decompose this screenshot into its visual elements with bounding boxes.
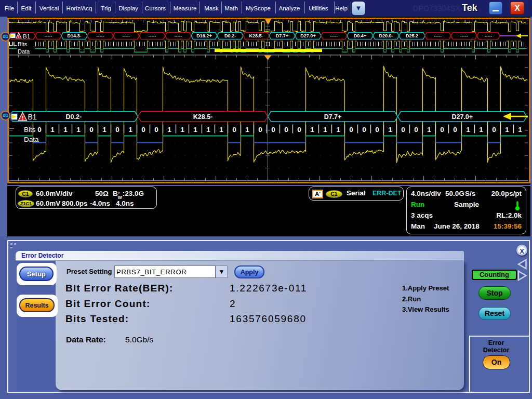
svg-text:!: ! bbox=[18, 34, 20, 39]
svg-text:1: 1 bbox=[50, 126, 55, 134]
svg-text:Bits: Bits bbox=[18, 41, 28, 47]
svg-text:1: 1 bbox=[310, 126, 314, 134]
svg-text:D27.0+: D27.0+ bbox=[300, 33, 315, 38]
svg-text:1: 1 bbox=[245, 126, 249, 134]
svg-text:!: ! bbox=[22, 115, 24, 121]
svg-text:-----: ----- bbox=[45, 33, 52, 38]
svg-text:D7.7+: D7.7+ bbox=[324, 113, 342, 121]
svg-text:1: 1 bbox=[336, 126, 340, 134]
svg-text:-----: ----- bbox=[330, 33, 338, 38]
svg-text:1: 1 bbox=[388, 126, 392, 134]
svg-text:B1: B1 bbox=[23, 33, 30, 39]
svg-text:0: 0 bbox=[141, 126, 145, 134]
svg-text:0: 0 bbox=[284, 126, 288, 134]
svg-text:K28.5-: K28.5- bbox=[193, 113, 213, 121]
svg-text:0: 0 bbox=[232, 126, 236, 134]
svg-text:1: 1 bbox=[128, 126, 132, 134]
svg-text:1: 1 bbox=[427, 126, 431, 134]
svg-text:K28.5-: K28.5- bbox=[249, 33, 263, 38]
svg-text:1: 1 bbox=[505, 126, 509, 134]
svg-text:0: 0 bbox=[154, 126, 158, 134]
svg-text:0: 0 bbox=[271, 126, 275, 134]
svg-text:B1: B1 bbox=[28, 113, 37, 121]
svg-text:1: 1 bbox=[466, 126, 470, 134]
svg-text:1: 1 bbox=[76, 126, 81, 134]
svg-text:D20.0-: D20.0- bbox=[379, 33, 393, 38]
svg-text:0: 0 bbox=[492, 126, 496, 134]
svg-text:-----: ----- bbox=[149, 33, 156, 38]
svg-text:1: 1 bbox=[180, 126, 184, 134]
svg-text:0: 0 bbox=[375, 126, 379, 134]
svg-text:1: 1 bbox=[479, 126, 483, 134]
svg-text:-----: ----- bbox=[434, 33, 442, 38]
svg-text:0: 0 bbox=[453, 126, 457, 134]
svg-text:1: 1 bbox=[206, 126, 210, 134]
svg-text:0: 0 bbox=[37, 126, 42, 134]
svg-text:0: 0 bbox=[414, 126, 418, 134]
svg-text:1: 1 bbox=[193, 126, 197, 134]
svg-text:-----: ----- bbox=[97, 33, 104, 38]
svg-text:0: 0 bbox=[258, 126, 262, 134]
svg-text:D27.0+: D27.0+ bbox=[451, 113, 473, 121]
svg-text:0: 0 bbox=[401, 126, 405, 134]
svg-text:1: 1 bbox=[323, 126, 327, 134]
svg-text:D25.2: D25.2 bbox=[406, 33, 418, 38]
svg-text:D0.2-: D0.2- bbox=[66, 113, 82, 121]
svg-text:0: 0 bbox=[349, 126, 353, 134]
svg-text:D7.7+: D7.7+ bbox=[276, 33, 288, 38]
svg-text:Data: Data bbox=[18, 48, 30, 55]
svg-text:0: 0 bbox=[440, 126, 444, 134]
svg-text:-----: ----- bbox=[460, 33, 468, 38]
svg-text:Bits: Bits bbox=[24, 126, 36, 134]
svg-text:0: 0 bbox=[362, 126, 366, 134]
svg-text:D14.3-: D14.3- bbox=[67, 33, 81, 38]
svg-text:0: 0 bbox=[297, 126, 301, 134]
svg-text:0: 0 bbox=[89, 126, 94, 134]
svg-text:1: 1 bbox=[102, 126, 107, 134]
svg-text:D0.2-: D0.2- bbox=[224, 33, 236, 38]
svg-text:-----: ----- bbox=[175, 33, 182, 38]
svg-text:1: 1 bbox=[219, 126, 223, 134]
svg-text:1: 1 bbox=[167, 126, 171, 134]
svg-text:1: 1 bbox=[63, 126, 68, 134]
svg-text:-----: ----- bbox=[485, 33, 493, 38]
svg-text:-----: ----- bbox=[123, 33, 130, 38]
svg-text:1: 1 bbox=[518, 126, 522, 134]
svg-text:D0.4+: D0.4+ bbox=[354, 33, 366, 38]
svg-text:D16.2+: D16.2+ bbox=[196, 33, 211, 38]
svg-text:Data: Data bbox=[24, 136, 39, 143]
svg-text:0: 0 bbox=[115, 126, 119, 134]
